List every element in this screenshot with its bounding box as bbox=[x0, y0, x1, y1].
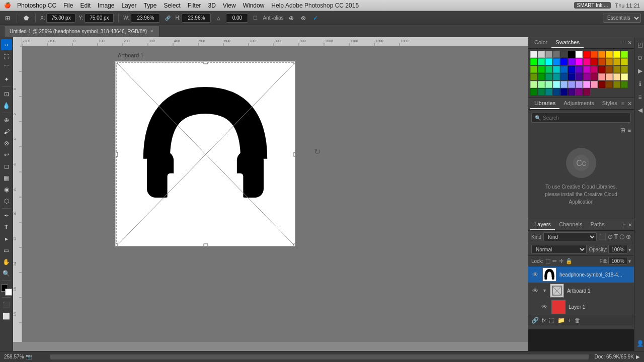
actions-icon[interactable]: ▶ bbox=[634, 65, 644, 76]
swatch-60[interactable] bbox=[591, 81, 598, 88]
transform-icon[interactable]: ⊞ bbox=[3, 14, 12, 23]
swatch-63[interactable] bbox=[613, 81, 620, 88]
channels-tab[interactable]: Channels bbox=[555, 219, 586, 230]
filter-type-icon[interactable]: T bbox=[614, 233, 618, 240]
new-layer-btn[interactable]: + bbox=[568, 317, 572, 324]
eyedropper-tool[interactable]: 💧 bbox=[1, 100, 12, 111]
type-tool[interactable]: T bbox=[1, 222, 12, 233]
layers-menu-icon[interactable]: ≡ bbox=[623, 222, 626, 228]
layer-vis-headphone[interactable]: 👁 bbox=[531, 270, 539, 279]
swatch-20[interactable] bbox=[583, 58, 590, 65]
libraries-search-input[interactable] bbox=[543, 115, 627, 121]
swatch-67[interactable] bbox=[545, 88, 552, 96]
fg-bg-colors[interactable] bbox=[1, 285, 12, 296]
crop-tool[interactable]: ⊡ bbox=[1, 88, 12, 100]
layer-row-headphone[interactable]: 👁 headphone-symbol_318-4... bbox=[528, 266, 634, 283]
layer-vis-layer1[interactable]: 👁 bbox=[540, 303, 548, 311]
filter-smart-icon[interactable]: ⊕ bbox=[626, 233, 631, 240]
styles-tab[interactable]: Styles bbox=[598, 98, 621, 109]
menu-filter[interactable]: Filter bbox=[188, 2, 201, 9]
swatch-2[interactable] bbox=[545, 51, 552, 58]
swatch-11[interactable] bbox=[613, 51, 620, 58]
clone-stamp-tool[interactable]: ⊗ bbox=[1, 138, 12, 149]
swatch-15[interactable] bbox=[545, 58, 552, 65]
path-selection-tool[interactable]: ▸ bbox=[1, 233, 12, 244]
x-input[interactable] bbox=[46, 14, 75, 23]
swatch-62[interactable] bbox=[606, 81, 613, 88]
menu-file[interactable]: File bbox=[63, 2, 73, 9]
swatch-37[interactable] bbox=[613, 66, 620, 73]
essentials-select[interactable]: Essentials bbox=[603, 14, 641, 23]
swatch-56[interactable] bbox=[560, 81, 568, 88]
w-input[interactable] bbox=[131, 14, 160, 23]
shape-tool[interactable]: ▭ bbox=[1, 245, 12, 256]
pen-tool[interactable]: ✒ bbox=[1, 210, 12, 221]
menu-photoshop[interactable]: Photoshop CC bbox=[17, 2, 56, 9]
history-icon[interactable]: ⊙ bbox=[634, 52, 644, 63]
menu-help[interactable]: Help bbox=[271, 2, 284, 9]
swatch-30[interactable] bbox=[560, 66, 568, 73]
swatch-61[interactable] bbox=[598, 81, 605, 88]
swatch-13[interactable] bbox=[530, 58, 537, 65]
filter-shape-icon[interactable]: ⬡ bbox=[619, 233, 624, 240]
swatch-25[interactable] bbox=[621, 58, 628, 65]
magic-wand-tool[interactable]: ✦ bbox=[1, 74, 12, 85]
filter-pixel-icon[interactable]: ⬛ bbox=[599, 233, 606, 240]
lock-transparent-icon[interactable]: ⬚ bbox=[545, 258, 550, 264]
fill-input[interactable] bbox=[608, 257, 627, 265]
angle-input[interactable] bbox=[226, 14, 248, 23]
swatch-52[interactable] bbox=[530, 81, 537, 88]
swatch-39[interactable] bbox=[530, 73, 537, 80]
collapse-panel-icon[interactable]: ◀ bbox=[634, 105, 644, 116]
properties-icon[interactable]: ≡ bbox=[634, 92, 644, 103]
swatch-42[interactable] bbox=[553, 73, 560, 80]
info-icon[interactable]: ℹ bbox=[634, 78, 644, 89]
smart-ink-badge[interactable]: SMART Ink ... bbox=[574, 2, 611, 9]
swatches-tab[interactable]: Swatches bbox=[551, 37, 584, 48]
lock-position-icon[interactable]: ✛ bbox=[559, 258, 564, 264]
swatch-41[interactable] bbox=[545, 73, 552, 80]
swatch-12[interactable] bbox=[621, 51, 628, 58]
add-fx-btn[interactable]: fx bbox=[542, 318, 546, 323]
swatch-35[interactable] bbox=[598, 66, 605, 73]
swatch-26[interactable] bbox=[530, 66, 537, 73]
kind-select[interactable]: Kind bbox=[543, 232, 597, 241]
swatch-57[interactable] bbox=[568, 81, 575, 88]
swatch-50[interactable] bbox=[613, 73, 620, 80]
eraser-tool[interactable]: ◻ bbox=[1, 161, 12, 172]
paths-tab[interactable]: Paths bbox=[587, 219, 609, 230]
list-view-icon[interactable]: ≡ bbox=[627, 127, 631, 134]
layers-tab[interactable]: Layers bbox=[530, 219, 555, 230]
menu-image[interactable]: Image bbox=[98, 2, 114, 9]
lock-all-icon[interactable]: 🔒 bbox=[566, 258, 573, 264]
menu-window[interactable]: Window bbox=[243, 2, 265, 9]
dodge-tool[interactable]: ⬡ bbox=[1, 196, 12, 207]
blur-tool[interactable]: ◉ bbox=[1, 184, 12, 195]
foreground-color-btn[interactable]: ◰ bbox=[634, 39, 644, 50]
fill-arrow-icon[interactable]: ▾ bbox=[628, 258, 631, 264]
swatch-43[interactable] bbox=[560, 73, 568, 80]
color-tab[interactable]: Color bbox=[530, 37, 551, 48]
swatch-45[interactable] bbox=[576, 73, 583, 80]
document-tab[interactable]: Untitled-1 @ 259% (headphone-symbol_318-… bbox=[4, 26, 159, 37]
apple-menu[interactable]: 🍎 bbox=[4, 2, 11, 9]
swatch-53[interactable] bbox=[538, 81, 545, 88]
swatch-33[interactable] bbox=[583, 66, 590, 73]
grid-view-icon[interactable]: ⊞ bbox=[620, 127, 625, 134]
swatch-6[interactable] bbox=[576, 51, 583, 58]
swatch-48[interactable] bbox=[598, 73, 605, 80]
swatch-21[interactable] bbox=[591, 58, 598, 65]
swatch-23[interactable] bbox=[606, 58, 613, 65]
swatch-51[interactable] bbox=[621, 73, 628, 80]
swatch-46[interactable] bbox=[583, 73, 590, 80]
swatches-collapse-icon[interactable]: ≡ bbox=[621, 40, 624, 46]
swatch-64[interactable] bbox=[621, 81, 628, 88]
menu-edit[interactable]: Edit bbox=[80, 2, 91, 9]
horizontal-scrollbar[interactable] bbox=[50, 354, 589, 359]
libraries-tab[interactable]: Libraries bbox=[530, 98, 559, 109]
layer-expand-artboard[interactable]: ▼ bbox=[542, 288, 547, 293]
swatch-7[interactable] bbox=[583, 51, 590, 58]
swatch-29[interactable] bbox=[553, 66, 560, 73]
swatch-70[interactable] bbox=[568, 88, 575, 96]
swatch-0[interactable] bbox=[530, 51, 537, 58]
